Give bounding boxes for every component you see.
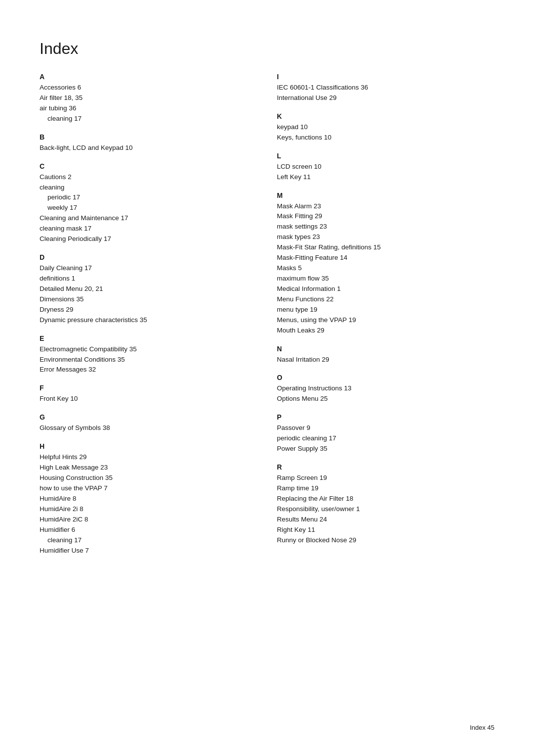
index-entry: Cautions 2 xyxy=(40,172,257,183)
index-entry: Passover 9 xyxy=(277,423,494,433)
section-entries: Daily Cleaning 17definitions 1Detailed M… xyxy=(40,263,257,326)
index-section: GGlossary of Symbols 38 xyxy=(40,413,257,433)
index-section: EElectromagnetic Compatibility 35Environ… xyxy=(40,334,257,376)
index-entry: Right Key 11 xyxy=(277,525,494,535)
index-entry: HumidAire 2iC 8 xyxy=(40,515,257,525)
section-letter: C xyxy=(40,162,257,170)
section-letter: I xyxy=(277,73,494,81)
index-entry: periodic 17 xyxy=(40,192,257,203)
index-entry: Masks 5 xyxy=(277,263,494,274)
index-section: PPassover 9periodic cleaning 17Power Sup… xyxy=(277,413,494,454)
right-column: IIEC 60601-1 Classifications 36Internati… xyxy=(277,73,494,565)
index-entry: Cleaning Periodically 17 xyxy=(40,234,257,244)
section-entries: Nasal Irritation 29 xyxy=(277,355,494,365)
index-entry: Mask-Fit Star Rating, definitions 15 xyxy=(277,242,494,253)
index-entry: Cleaning and Maintenance 17 xyxy=(40,213,257,224)
index-entry: Results Menu 24 xyxy=(277,515,494,525)
section-letter: M xyxy=(277,191,494,199)
section-letter: G xyxy=(40,413,257,421)
index-entry: Keys, functions 10 xyxy=(277,133,494,143)
index-section: FFront Key 10 xyxy=(40,384,257,404)
section-letter: L xyxy=(277,152,494,160)
index-section: HHelpful Hints 29High Leak Message 23Hou… xyxy=(40,442,257,556)
section-entries: Operating Instructions 13Options Menu 25 xyxy=(277,383,494,404)
page-title: Index xyxy=(40,40,494,58)
index-entry: HumidAire 2i 8 xyxy=(40,504,257,515)
section-entries: Accessories 6Air filter 18, 35air tubing… xyxy=(40,83,257,124)
index-entry: Helpful Hints 29 xyxy=(40,452,257,463)
index-entry: mask settings 23 xyxy=(277,222,494,232)
index-entry: Housing Construction 35 xyxy=(40,473,257,483)
index-entry: Ramp Screen 19 xyxy=(277,473,494,483)
section-entries: IEC 60601-1 Classifications 36Internatio… xyxy=(277,83,494,103)
index-entry: LCD screen 10 xyxy=(277,162,494,172)
index-entry: Dryness 29 xyxy=(40,305,257,315)
index-section: Kkeypad 10Keys, functions 10 xyxy=(277,112,494,143)
index-entry: cleaning 17 xyxy=(40,114,257,124)
index-entry: Runny or Blocked Nose 29 xyxy=(277,535,494,546)
section-letter: K xyxy=(277,112,494,120)
index-entry: Menu Functions 22 xyxy=(277,294,494,305)
section-entries: LCD screen 10Left Key 11 xyxy=(277,162,494,183)
index-entry: Responsibility, user/owner 1 xyxy=(277,504,494,515)
index-entry: Daily Cleaning 17 xyxy=(40,263,257,274)
index-entry: periodic cleaning 17 xyxy=(277,433,494,444)
section-letter: B xyxy=(40,133,257,141)
section-letter: P xyxy=(277,413,494,421)
index-entry: Mouth Leaks 29 xyxy=(277,326,494,336)
index-entry: Front Key 10 xyxy=(40,394,257,404)
index-entry: Humidifier Use 7 xyxy=(40,546,257,556)
index-entry: HumidAire 8 xyxy=(40,494,257,504)
section-letter: A xyxy=(40,73,257,81)
index-entry: Detailed Menu 20, 21 xyxy=(40,284,257,294)
index-entry: Electromagnetic Compatibility 35 xyxy=(40,344,257,355)
section-letter: F xyxy=(40,384,257,392)
index-entry: weekly 17 xyxy=(40,203,257,213)
section-entries: Passover 9periodic cleaning 17Power Supp… xyxy=(277,423,494,454)
section-letter: O xyxy=(277,374,494,381)
index-entry: Ramp time 19 xyxy=(277,483,494,494)
index-entry: definitions 1 xyxy=(40,274,257,284)
index-entry: Left Key 11 xyxy=(277,172,494,183)
index-entry: Air filter 18, 35 xyxy=(40,93,257,103)
section-entries: Glossary of Symbols 38 xyxy=(40,423,257,433)
section-entries: Front Key 10 xyxy=(40,394,257,404)
left-column: AAccessories 6Air filter 18, 35air tubin… xyxy=(40,73,257,565)
index-entry: Dynamic pressure characteristics 35 xyxy=(40,315,257,326)
index-entry: air tubing 36 xyxy=(40,103,257,114)
index-columns: AAccessories 6Air filter 18, 35air tubin… xyxy=(40,73,494,565)
index-entry: Mask-Fitting Feature 14 xyxy=(277,253,494,263)
section-letter: R xyxy=(277,463,494,471)
index-entry: Glossary of Symbols 38 xyxy=(40,423,257,433)
index-section: RRamp Screen 19Ramp time 19Replacing the… xyxy=(277,463,494,545)
index-section: NNasal Irritation 29 xyxy=(277,345,494,365)
index-section: AAccessories 6Air filter 18, 35air tubin… xyxy=(40,73,257,124)
section-letter: D xyxy=(40,253,257,261)
index-entry: Error Messages 32 xyxy=(40,365,257,375)
index-entry: High Leak Message 23 xyxy=(40,463,257,473)
index-entry: Humidifier 6 xyxy=(40,525,257,535)
index-entry: cleaning 17 xyxy=(40,535,257,546)
index-entry: International Use 29 xyxy=(277,93,494,103)
page-footer: Index 45 xyxy=(470,724,494,731)
index-entry: Accessories 6 xyxy=(40,83,257,93)
index-entry: Medical Information 1 xyxy=(277,284,494,294)
section-letter: N xyxy=(277,345,494,353)
index-entry: Mask Alarm 23 xyxy=(277,201,494,212)
index-entry: Mask Fitting 29 xyxy=(277,211,494,222)
index-entry: maximum flow 35 xyxy=(277,274,494,284)
section-entries: keypad 10Keys, functions 10 xyxy=(277,122,494,143)
page: Index AAccessories 6Air filter 18, 35air… xyxy=(0,0,534,756)
index-entry: Nasal Irritation 29 xyxy=(277,355,494,365)
index-section: DDaily Cleaning 17definitions 1Detailed … xyxy=(40,253,257,326)
index-entry: Options Menu 25 xyxy=(277,394,494,404)
index-section: OOperating Instructions 13Options Menu 2… xyxy=(277,374,494,404)
index-section: CCautions 2cleaningperiodic 17weekly 17C… xyxy=(40,162,257,244)
section-entries: Back-light, LCD and Keypad 10 xyxy=(40,143,257,153)
index-entry: Power Supply 35 xyxy=(277,444,494,454)
index-entry: Menus, using the VPAP 19 xyxy=(277,315,494,326)
index-entry: Environmental Conditions 35 xyxy=(40,355,257,365)
index-entry: IEC 60601-1 Classifications 36 xyxy=(277,83,494,93)
section-letter: H xyxy=(40,442,257,450)
index-section: IIEC 60601-1 Classifications 36Internati… xyxy=(277,73,494,103)
